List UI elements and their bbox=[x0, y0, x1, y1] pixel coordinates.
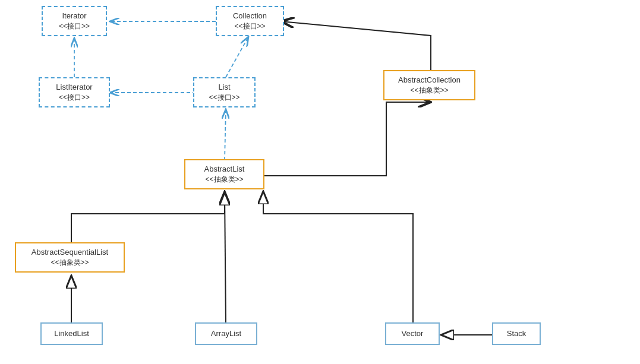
node-collection: Collection <<接口>> bbox=[216, 6, 284, 36]
arrow-abstractcollection-collection bbox=[281, 21, 431, 71]
node-linkedlist: LinkedList bbox=[40, 322, 103, 345]
arrow-abstractsequentiallist-abstractlist bbox=[71, 191, 225, 243]
uml-diagram: Iterator <<接口>> Collection <<接口>> ListIt… bbox=[0, 0, 640, 364]
node-stack: Stack bbox=[492, 322, 541, 345]
arrow-list-collection bbox=[226, 37, 248, 77]
arrow-vector-abstractlist bbox=[263, 191, 413, 324]
arrow-abstractlist-list bbox=[225, 109, 226, 160]
arrows-layer bbox=[0, 0, 640, 364]
arrow-abstractlist-abstractcollection bbox=[263, 102, 431, 176]
node-abstractcollection: AbstractCollection <<抽象类>> bbox=[383, 70, 475, 100]
node-iterator: Iterator <<接口>> bbox=[42, 6, 107, 36]
node-list: List <<接口>> bbox=[193, 77, 256, 107]
node-abstractlist: AbstractList <<抽象类>> bbox=[184, 159, 264, 189]
node-abstractsequentiallist: AbstractSequentialList <<抽象类>> bbox=[15, 242, 125, 273]
node-arraylist: ArrayList bbox=[195, 322, 257, 345]
node-vector: Vector bbox=[385, 322, 440, 345]
node-listiterator: ListIterator <<接口>> bbox=[39, 77, 110, 107]
arrow-arraylist-abstractlist bbox=[225, 192, 226, 324]
